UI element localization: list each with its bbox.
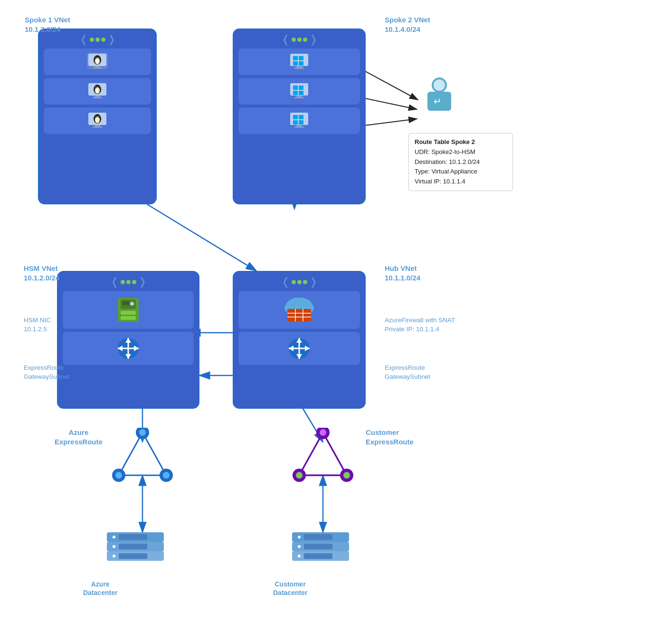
customer-er-label: Customer ExpressRoute	[366, 428, 414, 446]
spoke1-label: Spoke 1 VNet 10.1.3.0/24	[25, 15, 70, 34]
svg-rect-47	[293, 115, 298, 119]
svg-point-11	[98, 57, 99, 58]
spoke2-vm2-row	[238, 78, 360, 105]
svg-rect-21	[95, 96, 100, 97]
hsm-device-icon	[114, 296, 142, 324]
hub-peer-dots	[292, 280, 307, 284]
spoke2-vm3-user-arrow	[361, 119, 417, 126]
spoke2-peer-dots	[292, 38, 307, 42]
spoke1-peer-icon: ❬ ❭	[79, 34, 116, 45]
svg-line-86	[142, 433, 166, 475]
svg-rect-40	[293, 86, 298, 90]
svg-point-108	[113, 555, 115, 557]
azure-dc-group	[104, 528, 166, 572]
windows-vm1-icon	[288, 52, 310, 71]
spoke2-peer-icon: ❬ ❭	[281, 34, 318, 45]
hub-gw-icon	[285, 336, 313, 361]
hub-fw-row	[238, 291, 360, 329]
customer-er-icon	[290, 428, 356, 485]
svg-point-61	[130, 302, 134, 306]
spoke1-right-chevron: ❭	[107, 34, 116, 45]
svg-rect-73	[287, 309, 311, 321]
azure-er-group	[109, 428, 176, 487]
svg-rect-13	[93, 67, 102, 69]
svg-rect-12	[95, 66, 100, 67]
dot3	[101, 38, 105, 42]
svg-point-100	[320, 429, 326, 436]
hsm-nic-label: HSM NIC 10.1.2.5	[24, 316, 51, 334]
hub-gw-row	[238, 332, 360, 365]
svg-rect-44	[296, 96, 302, 97]
svg-point-101	[296, 472, 303, 479]
svg-point-102	[343, 472, 350, 479]
svg-rect-59	[121, 311, 136, 315]
azure-firewall-icon	[283, 296, 316, 324]
svg-rect-49	[293, 120, 298, 125]
spoke1-vm1-row	[44, 48, 151, 75]
hsm-vnet-label: HSM VNet 10.1.2.0/24	[24, 264, 59, 282]
spoke2-label: Spoke 2 VNet 10.1.4.0/24	[385, 15, 430, 34]
spoke2-vm3-row	[238, 107, 360, 134]
spoke1-vm3-row	[44, 107, 151, 134]
hsm-gw-row	[63, 332, 194, 365]
svg-rect-38	[294, 67, 304, 69]
svg-line-85	[119, 433, 142, 475]
hub-vnet-box: ❬ ❭	[233, 271, 366, 409]
svg-rect-109	[119, 534, 147, 540]
svg-rect-111	[119, 553, 147, 559]
customer-dc-group	[290, 528, 351, 572]
svg-point-115	[298, 536, 301, 538]
hub-gw-label: ExpressRoute GatewaySubnet	[385, 364, 430, 382]
svg-rect-119	[304, 544, 332, 549]
svg-rect-41	[299, 86, 303, 90]
svg-point-55	[434, 79, 445, 91]
customer-er-group	[290, 428, 356, 487]
spoke1-vnet-box: ❬ ❭	[38, 29, 157, 204]
svg-text:↵: ↵	[434, 96, 442, 106]
svg-rect-118	[304, 534, 332, 540]
user-icon-group: ↵	[420, 74, 458, 118]
svg-rect-37	[296, 66, 302, 67]
route-callout-text: Route Table Spoke 2 UDR: Spoke2-to-HSM D…	[415, 137, 507, 187]
hub-peer-icon: ❬ ❭	[281, 277, 318, 287]
diagram-container: ❬ ❭	[0, 0, 672, 644]
svg-rect-52	[294, 126, 304, 128]
svg-rect-60	[121, 316, 136, 320]
svg-point-91	[139, 429, 146, 436]
svg-rect-48	[299, 115, 303, 119]
svg-line-94	[299, 433, 323, 475]
user-icon: ↵	[420, 74, 458, 116]
spoke2-vm1-row	[238, 48, 360, 75]
svg-point-20	[98, 87, 99, 87]
customer-dc-label: Customer Datacenter	[273, 580, 307, 597]
azure-dc-label: Azure Datacenter	[83, 580, 117, 597]
svg-rect-33	[293, 56, 298, 60]
svg-line-95	[323, 433, 347, 475]
customer-dc-icon	[290, 528, 351, 570]
svg-point-93	[163, 472, 170, 479]
azure-er-label: Azure ExpressRoute	[55, 428, 103, 446]
spoke1-to-hub-arrow	[147, 204, 256, 271]
svg-point-92	[115, 472, 122, 479]
svg-rect-30	[95, 125, 100, 126]
hsm-gw-label: ExpressRoute GatewaySubnet	[24, 364, 69, 382]
svg-rect-62	[123, 301, 129, 305]
hsm-vnet-box: ❬ ❭	[57, 271, 199, 409]
spoke2-vm2-user-arrow	[361, 97, 417, 109]
hsm-gw-icon	[114, 336, 142, 361]
hsm-peer-icon: ❬ ❭	[110, 277, 147, 287]
linux-vm3-icon	[86, 111, 108, 130]
svg-rect-120	[304, 553, 332, 559]
dot2	[95, 38, 100, 42]
svg-point-107	[113, 545, 115, 548]
route-callout-box: Route Table Spoke 2 UDR: Spoke2-to-HSM D…	[408, 133, 513, 191]
svg-point-116	[298, 545, 301, 548]
dot1	[90, 38, 94, 42]
windows-vm3-icon	[288, 111, 310, 130]
spoke2-vnet-box: ❬ ❭	[233, 29, 366, 204]
svg-rect-31	[93, 126, 102, 128]
svg-rect-22	[93, 97, 102, 98]
svg-rect-45	[294, 97, 304, 98]
svg-rect-43	[299, 91, 303, 95]
svg-point-117	[298, 555, 301, 557]
